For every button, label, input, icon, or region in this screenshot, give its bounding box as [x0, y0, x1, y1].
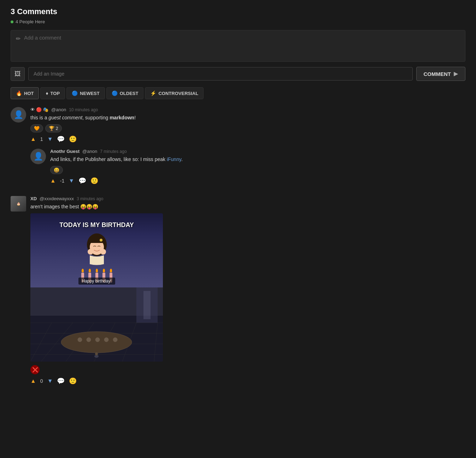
- tab-newest[interactable]: 🔵 NEWEST: [66, 87, 105, 99]
- diamond-icon: ♦: [46, 90, 48, 96]
- tab-top[interactable]: ♦ TOP: [40, 87, 65, 99]
- reply-emoji-icon[interactable]: 🙂: [90, 177, 98, 185]
- reply-avatar: 👤: [30, 149, 46, 164]
- xd-reply-icon[interactable]: 💬: [57, 377, 65, 385]
- emoji-react-icon[interactable]: 🙂: [69, 135, 77, 143]
- people-here: 4 People Here: [11, 19, 465, 24]
- xd-comment-content: XD @xxxdeewayxxx 3 minutes ago aren't im…: [30, 196, 465, 385]
- svg-point-2: [88, 249, 93, 255]
- xd-avatar: 🎂: [11, 196, 26, 212]
- comment-header: 👁 🔴 🎭 @anon 10 minutes ago: [30, 107, 465, 112]
- lightning-icon: ⚡: [150, 90, 156, 96]
- comment-time: 10 minutes ago: [69, 107, 98, 112]
- reply-actions: ▲ -1 ▼ 💬 🙂: [50, 177, 465, 185]
- reply-icon[interactable]: 💬: [57, 135, 65, 143]
- reply-thread: 👤 Anothr Guest @anon 7 minutes ago And l…: [30, 149, 465, 190]
- xd-reaction-red[interactable]: ❌: [30, 365, 40, 374]
- image-row: 🖼 COMMENT ▶: [11, 67, 465, 81]
- comment-item: 👤 Anothr Guest @anon 7 minutes ago And l…: [30, 149, 465, 185]
- svg-point-19: [61, 332, 132, 353]
- xd-vote-count: 0: [40, 378, 43, 384]
- xd-reactions: ❌: [30, 365, 465, 374]
- reply-reactions: 😀: [50, 166, 465, 174]
- reply-downvote-arrow[interactable]: ▼: [69, 178, 74, 184]
- reply-username: @anon: [82, 149, 97, 154]
- reply-reply-icon[interactable]: 💬: [78, 177, 86, 185]
- avatar: 👤: [11, 107, 26, 123]
- page-title: 3 Comments: [11, 7, 465, 16]
- birthday-image-bottom: [30, 287, 163, 362]
- reply-time: 7 minutes ago: [100, 149, 127, 154]
- tab-oldest[interactable]: 🔵 OLDEST: [106, 87, 144, 99]
- xd-upvote-arrow[interactable]: ▲: [30, 378, 36, 384]
- xd-comment: 🎂 XD @xxxdeewayxxx 3 minutes ago aren't …: [11, 196, 465, 385]
- reaction-badge-trophy[interactable]: 🏆 2: [45, 124, 62, 132]
- tab-hot[interactable]: 🔥 HOT: [11, 87, 39, 99]
- online-dot: [11, 20, 13, 23]
- svg-point-26: [95, 352, 98, 355]
- comment-item: 👤 👁 🔴 🎭 @anon 10 minutes ago this is a g…: [11, 107, 465, 143]
- svg-point-25: [94, 355, 99, 358]
- xd-actions: ▲ 0 ▼ 💬 🙂: [30, 377, 465, 385]
- svg-point-22: [95, 338, 100, 342]
- reply-text: And links, if the Publisher allows, like…: [50, 156, 465, 163]
- upvote-arrow[interactable]: ▲: [30, 136, 36, 142]
- reply-vote-count: -1: [60, 178, 64, 184]
- reply-upvote-arrow[interactable]: ▲: [50, 178, 56, 184]
- birthday-title-text: TODAY IS MY BIRTHDAY: [59, 221, 134, 229]
- sort-tabs: 🔥 HOT ♦ TOP 🔵 NEWEST 🔵 OLDEST ⚡ CONTROVE…: [11, 87, 465, 99]
- comment-thread: 👤 👁 🔴 🎭 @anon 10 minutes ago this is a g…: [11, 107, 465, 391]
- svg-point-23: [104, 338, 108, 342]
- comment-image-container: TODAY IS MY BIRTHDAY: [30, 213, 163, 362]
- pencil-icon: ✏: [16, 35, 20, 42]
- comment-username: @anon: [51, 107, 66, 112]
- comment-content: 👁 🔴 🎭 @anon 10 minutes ago this is a gue…: [30, 107, 465, 143]
- comment-reactions: 🧡 🏆 2: [30, 124, 465, 132]
- comment-button-arrow: ▶: [454, 71, 458, 77]
- birthday-character: [76, 232, 118, 279]
- red-circle-icon: 🔴: [36, 107, 42, 112]
- image-upload-button[interactable]: 🖼: [11, 67, 25, 81]
- comment-submit-button[interactable]: COMMENT ▶: [416, 67, 466, 81]
- oldest-icon: 🔵: [112, 90, 118, 96]
- svg-point-4: [100, 239, 102, 242]
- reaction-badge-heart[interactable]: 🧡: [30, 124, 43, 132]
- xd-comment-header: XD @xxxdeewayxxx 3 minutes ago: [30, 196, 465, 201]
- xd-bold-name: XD: [30, 196, 37, 201]
- ifunny-link[interactable]: iFunny: [167, 156, 181, 162]
- reaction-badge-smile[interactable]: 😀: [50, 166, 63, 174]
- fire-icon: 🔥: [16, 90, 22, 96]
- xd-username: @xxxdeewayxxx: [40, 196, 74, 201]
- vote-count: 1: [40, 136, 43, 142]
- comment-placeholder-text: Add a comment: [24, 35, 61, 41]
- svg-point-21: [87, 338, 91, 342]
- tab-controversial[interactable]: ⚡ CONTROVERSIAL: [145, 87, 204, 99]
- xd-emoji-icon[interactable]: 🙂: [69, 377, 77, 385]
- mask-icon: 🎭: [43, 107, 48, 112]
- comment-text: this is a guest comment, supporting mark…: [30, 114, 465, 121]
- newest-icon: 🔵: [72, 90, 78, 96]
- comment-input-box[interactable]: ✏ Add a comment: [11, 30, 465, 62]
- comment-user-icons: 👁 🔴 🎭: [30, 107, 48, 112]
- reply-header: Anothr Guest @anon 7 minutes ago: [50, 149, 465, 154]
- reply-content: Anothr Guest @anon 7 minutes ago And lin…: [50, 149, 465, 185]
- birthday-image-top: TODAY IS MY BIRTHDAY: [30, 213, 163, 287]
- svg-point-24: [113, 338, 117, 342]
- svg-rect-8: [143, 291, 151, 319]
- xd-time: 3 minutes ago: [77, 196, 103, 201]
- svg-point-3: [100, 249, 106, 255]
- comment-button-label: COMMENT: [424, 71, 451, 77]
- svg-point-20: [78, 338, 82, 342]
- xd-comment-text: aren't images the best 😝😝😝: [30, 203, 465, 210]
- eye-icon: 👁: [30, 107, 35, 112]
- image-url-input[interactable]: [28, 67, 413, 81]
- reply-name: Anothr Guest: [50, 149, 80, 154]
- downvote-arrow[interactable]: ▼: [47, 136, 53, 142]
- xd-downvote-arrow[interactable]: ▼: [47, 378, 53, 384]
- comment-actions: ▲ 1 ▼ 💬 🙂: [30, 135, 465, 143]
